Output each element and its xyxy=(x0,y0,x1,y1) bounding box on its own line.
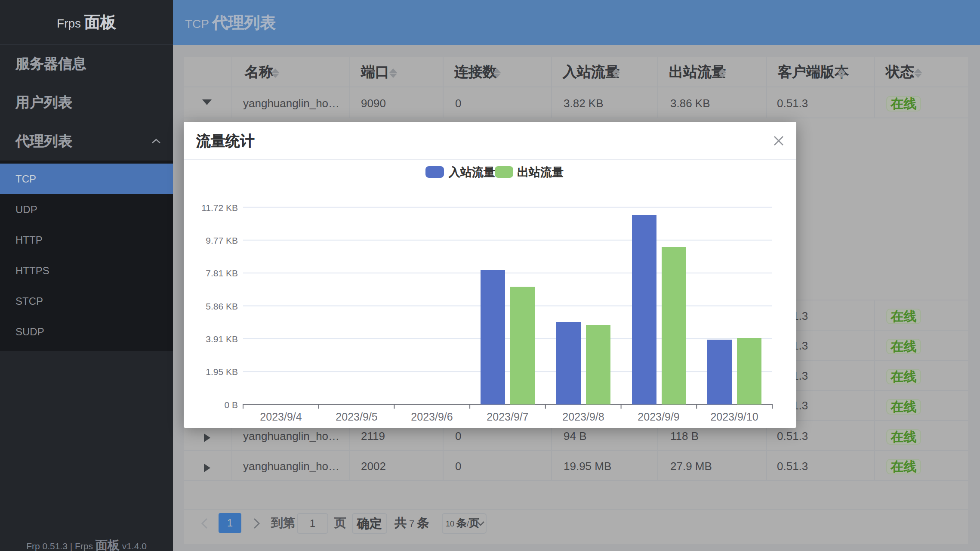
svg-text:0 B: 0 B xyxy=(224,400,238,410)
svg-text:7.81 KB: 7.81 KB xyxy=(206,268,238,278)
svg-text:2023/9/10: 2023/9/10 xyxy=(710,411,758,423)
svg-text:2023/9/8: 2023/9/8 xyxy=(562,411,604,423)
svg-text:2023/9/7: 2023/9/7 xyxy=(487,411,528,423)
svg-text:1.95 KB: 1.95 KB xyxy=(206,367,238,377)
svg-text:入站流量: 入站流量 xyxy=(449,166,495,179)
svg-text:2023/9/6: 2023/9/6 xyxy=(411,411,453,423)
svg-text:2023/9/9: 2023/9/9 xyxy=(638,411,679,423)
svg-text:5.86 KB: 5.86 KB xyxy=(206,301,238,311)
svg-text:11.72 KB: 11.72 KB xyxy=(201,203,238,213)
svg-text:2023/9/5: 2023/9/5 xyxy=(336,411,377,423)
svg-text:2023/9/4: 2023/9/4 xyxy=(260,411,302,423)
svg-text:出站流量: 出站流量 xyxy=(517,166,564,179)
svg-text:3.91 KB: 3.91 KB xyxy=(206,334,238,344)
svg-text:9.77 KB: 9.77 KB xyxy=(206,235,238,245)
